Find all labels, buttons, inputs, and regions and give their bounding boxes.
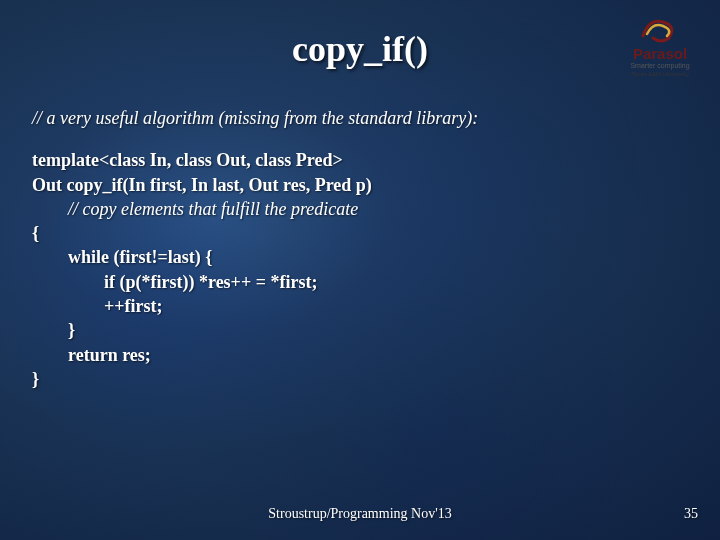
parasol-logo-icon <box>639 14 681 44</box>
code-line: } <box>32 320 75 340</box>
code-line: return res; <box>32 345 151 365</box>
logo-tagline: Smarter computing <box>614 62 706 70</box>
slide-body: // a very useful algorithm (missing from… <box>32 106 688 391</box>
logo-university: Texas A&M University <box>614 71 706 77</box>
code-line: } <box>32 369 39 389</box>
code-line: while (first!=last) { <box>32 247 212 267</box>
code-line: { <box>32 223 39 243</box>
intro-comment: // a very useful algorithm (missing from… <box>32 106 688 130</box>
code-comment: // copy elements that fulfill the predic… <box>32 199 358 219</box>
slide: copy_if() Parasol Smarter computing Texa… <box>0 0 720 540</box>
code-block: template<class In, class Out, class Pred… <box>32 148 688 391</box>
code-line: ++first; <box>32 296 163 316</box>
code-line: template<class In, class Out, class Pred… <box>32 150 343 170</box>
footer-text: Stroustrup/Programming Nov'13 <box>0 506 720 522</box>
slide-title: copy_if() <box>0 28 720 70</box>
code-line: Out copy_if(In first, In last, Out res, … <box>32 175 372 195</box>
code-line: if (p(*first)) *res++ = *first; <box>32 272 317 292</box>
logo-brand: Parasol <box>614 46 706 61</box>
logo-block: Parasol Smarter computing Texas A&M Univ… <box>614 14 706 77</box>
page-number: 35 <box>684 506 698 522</box>
